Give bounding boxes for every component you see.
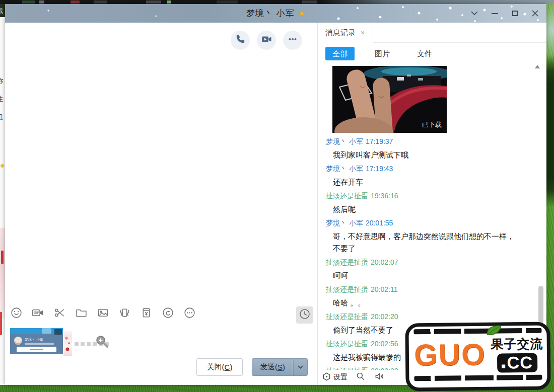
tab-message-history[interactable]: 消息记录 × bbox=[318, 23, 373, 43]
thumbnail-title: 梦境丶 小军 bbox=[25, 337, 43, 342]
background-browser-tabs bbox=[0, 0, 554, 4]
scrollbar-thumb[interactable] bbox=[538, 286, 543, 324]
message-text: 哥，不好意思啊，客户那边突然说跟他们想的不一样，不要了 bbox=[333, 230, 520, 255]
edge-char: 组 bbox=[0, 113, 3, 122]
phone-icon bbox=[235, 34, 245, 46]
window-title: 梦境丶 小军 bbox=[246, 8, 295, 19]
message-sender-line: 梦境丶 小军20:01:55 bbox=[326, 218, 546, 228]
panel-header: 消息记录 × bbox=[318, 23, 546, 43]
edge-char: 注 bbox=[0, 95, 3, 104]
composer-toolbar: GIF bbox=[10, 306, 196, 320]
send-label-end: ) bbox=[283, 363, 285, 371]
filter-tabs: 全部图片文件 bbox=[325, 47, 452, 60]
desktop: 裁 2 称 注 组 梦境丶 小军 ★ bbox=[0, 0, 554, 392]
scroll-up-arrow[interactable] bbox=[535, 65, 540, 68]
maximize-button[interactable] bbox=[511, 10, 518, 17]
background-window-edge: 裁 2 称 注 组 bbox=[0, 4, 5, 385]
thumbnail-badge bbox=[54, 329, 62, 335]
titlebar: 梦境丶 小军 ★ bbox=[5, 4, 546, 23]
message-sender-line: 扯淡还是扯蛋20:02:07 bbox=[326, 258, 546, 267]
search-icon bbox=[356, 371, 366, 383]
close-label-end: ) bbox=[230, 363, 232, 371]
guo-cc-watermark: GUO 果子交流 CC bbox=[405, 322, 550, 391]
leaf-icon bbox=[486, 324, 503, 339]
twirl-icon[interactable] bbox=[161, 306, 175, 320]
message-text: 哈哈 。。 bbox=[333, 297, 520, 309]
voice-call-button[interactable] bbox=[231, 31, 250, 50]
message-sender-line: 扯淡还是扯蛋19:36:16 bbox=[326, 191, 546, 201]
filter-tab[interactable]: 全部 bbox=[325, 47, 355, 60]
send-key: S bbox=[278, 363, 283, 371]
clock-icon bbox=[299, 308, 311, 322]
emoji-icon[interactable] bbox=[10, 306, 23, 320]
message-sender-line: 扯淡还是扯蛋20:02:11 bbox=[326, 285, 546, 294]
send-label: 发送( bbox=[260, 362, 278, 372]
search-button[interactable] bbox=[356, 371, 366, 383]
message-sender-line: 扯淡还是扯蛋20:02:20 bbox=[326, 312, 546, 322]
speaker-icon bbox=[374, 371, 385, 383]
edge-char: 裁 bbox=[0, 7, 3, 16]
minimize-button[interactable] bbox=[491, 10, 498, 17]
close-label: 关闭( bbox=[207, 362, 225, 372]
video-camera-icon bbox=[261, 34, 272, 47]
message-text: 还在开车 bbox=[333, 176, 520, 188]
collapse-chevron-button[interactable] bbox=[471, 10, 478, 17]
pasted-image-thumbnail[interactable]: 梦境丶 小军 bbox=[10, 328, 63, 354]
settings-gear-icon bbox=[322, 372, 331, 383]
thumbnail-button bbox=[17, 347, 56, 352]
edge-image-fragment bbox=[0, 312, 2, 335]
close-button[interactable]: 关闭(C) bbox=[196, 358, 243, 376]
gif-video-icon[interactable]: GIF bbox=[31, 306, 45, 320]
composer-attachments: 梦境丶 小军 bbox=[10, 327, 161, 362]
panel-title: 消息记录 bbox=[325, 28, 356, 38]
send-button[interactable]: 发送(S) bbox=[252, 359, 293, 375]
chat-pane: GIF bbox=[5, 23, 317, 385]
close-key: C bbox=[225, 363, 230, 371]
watermark-dot bbox=[502, 364, 505, 368]
clipped-previous-message bbox=[326, 61, 546, 64]
more-options-button[interactable] bbox=[283, 31, 302, 50]
video-call-button[interactable] bbox=[257, 31, 276, 50]
tip-money-icon[interactable] bbox=[140, 306, 153, 320]
star-badge-icon: ★ bbox=[298, 9, 305, 18]
video-message-thumbnail[interactable]: 已下载 bbox=[332, 66, 447, 133]
send-options-dropdown[interactable] bbox=[293, 359, 307, 375]
edge-image-fragment bbox=[0, 228, 5, 319]
message-text: 呵呵 bbox=[333, 270, 520, 282]
svg-text:GIF: GIF bbox=[34, 311, 39, 315]
message-text: 然后呢 bbox=[333, 203, 520, 215]
folder-icon[interactable] bbox=[75, 306, 88, 320]
zoom-cursor-icon bbox=[95, 334, 110, 351]
more-tools-icon[interactable] bbox=[183, 306, 196, 320]
message-history-button[interactable] bbox=[296, 306, 313, 324]
watermark-cc-block: CC bbox=[497, 353, 538, 373]
edge-decoration bbox=[1, 164, 4, 168]
ellipsis-icon bbox=[287, 34, 298, 47]
filter-tab[interactable]: 文件 bbox=[410, 47, 439, 60]
volume-button[interactable] bbox=[374, 371, 385, 383]
message-text: 我到家叫客户测试下哦 bbox=[333, 149, 520, 161]
tab-close-icon[interactable]: × bbox=[361, 29, 365, 37]
watermark-cc-text: CC bbox=[507, 354, 533, 371]
settings-button[interactable]: 设置 bbox=[322, 372, 348, 383]
close-window-button[interactable] bbox=[531, 10, 538, 17]
downloaded-label: 已下载 bbox=[422, 120, 442, 129]
message-sender-line: 梦境丶 小军17:19:43 bbox=[326, 164, 546, 174]
screenshot-scissors-icon[interactable] bbox=[53, 306, 66, 320]
filter-tab[interactable]: 图片 bbox=[368, 47, 397, 60]
window-shake-icon[interactable] bbox=[118, 306, 131, 320]
settings-label: 设置 bbox=[333, 373, 348, 382]
message-sender-line: 梦境丶 小军17:19:37 bbox=[326, 137, 546, 146]
watermark-bottom-bar bbox=[414, 375, 542, 381]
thumbnail-subtitle-line bbox=[25, 343, 54, 345]
edge-char: 称 bbox=[0, 76, 3, 86]
edge-image-fragment bbox=[1, 251, 4, 264]
pasted-image-strip[interactable] bbox=[63, 327, 72, 356]
avatar bbox=[14, 337, 22, 345]
image-icon[interactable] bbox=[96, 306, 110, 320]
watermark-main-text: GUO bbox=[414, 339, 486, 370]
